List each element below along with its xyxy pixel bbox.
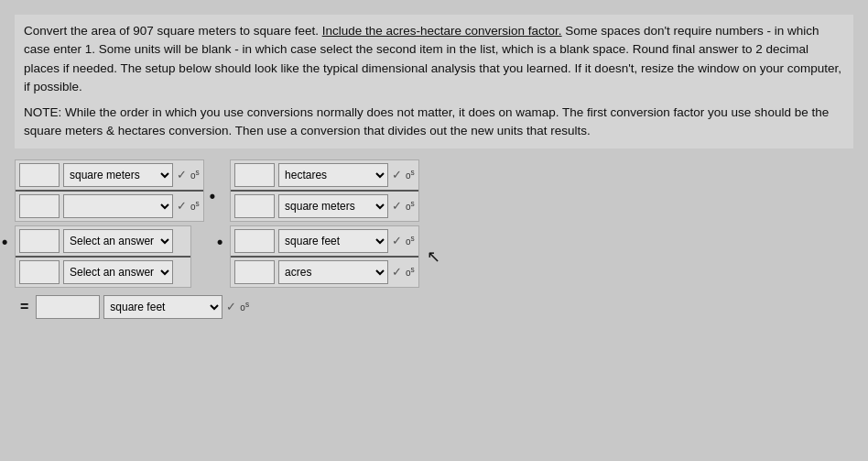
instruction-para2: NOTE: While the order in which you use c… <box>24 104 844 141</box>
right-frac1: hectares ✓ os square meters ✓ os <box>230 159 419 222</box>
right-frac1-num-select[interactable]: hectares <box>278 163 388 187</box>
cursor-arrow: ↖ <box>427 247 440 267</box>
right-frac2: square feet ✓ os acres ✓ os <box>230 225 419 288</box>
right-frac2-denom-select[interactable]: acres <box>278 260 388 284</box>
right-frac2-denom-input[interactable] <box>234 260 275 284</box>
right-frac2-num-input[interactable] <box>234 229 275 253</box>
right-frac1-num-row: hectares ✓ os <box>231 160 418 190</box>
left-frac2: Select an answer ✓ Select an answer <box>15 225 191 288</box>
result-exp[interactable]: os <box>240 300 249 313</box>
right-frac2-num-check[interactable]: ✓ <box>392 234 402 247</box>
instructions-block: Convert the area of 907 square meters to… <box>15 15 853 148</box>
left-frac1-denom-exp[interactable]: os <box>190 199 200 212</box>
right-frac1-denom-check[interactable]: ✓ <box>392 199 402 213</box>
right-frac2-num-select[interactable]: square feet <box>278 229 388 253</box>
result-unit-select[interactable]: square feet <box>103 295 222 319</box>
instruction-para1: Convert the area of 907 square meters to… <box>24 22 844 96</box>
left-column: square meters ✓ os ✓ os • <box>15 159 204 288</box>
left-frac1-denom-select[interactable] <box>63 194 173 218</box>
left-frac1-num-check[interactable]: ✓ <box>177 168 187 181</box>
conversion-table: square meters ✓ os ✓ os • <box>15 159 853 288</box>
left-frac2-num-row: Select an answer ✓ <box>16 226 190 256</box>
right-frac2-num-row: square feet ✓ os <box>231 226 418 256</box>
left-frac1-num-exp[interactable]: os <box>190 168 200 181</box>
equals-sign: = <box>20 299 28 315</box>
right-frac2-num-exp[interactable]: os <box>406 234 415 247</box>
result-check[interactable]: ✓ <box>226 300 236 313</box>
right-frac1-num-exp[interactable]: os <box>406 168 415 181</box>
left-frac1-denom-row: ✓ os <box>16 192 203 221</box>
left-frac2-num-select[interactable]: Select an answer <box>63 229 173 253</box>
left-frac2-denom-select[interactable]: Select an answer <box>63 260 173 284</box>
left-frac1-denom-check[interactable]: ✓ <box>177 199 187 213</box>
right-frac2-denom-check[interactable]: ✓ <box>392 265 402 279</box>
result-input[interactable] <box>36 295 100 319</box>
bullet-dot-right: • <box>217 233 222 252</box>
right-frac1-denom-row: square meters ✓ os <box>231 192 418 221</box>
right-frac1-denom-input[interactable] <box>234 194 275 218</box>
left-frac1: square meters ✓ os ✓ os <box>15 159 204 222</box>
right-frac1-num-check[interactable]: ✓ <box>392 168 402 181</box>
left-frac2-denom-row: Select an answer <box>16 258 190 287</box>
left-frac2-num-input[interactable] <box>19 229 60 253</box>
left-frac1-denom-input[interactable] <box>19 194 60 218</box>
left-frac1-num-input[interactable] <box>19 163 60 187</box>
bullet-dot-left: • <box>2 233 7 252</box>
left-frac1-num-select[interactable]: square meters <box>63 163 173 187</box>
right-frac1-denom-exp[interactable]: os <box>406 199 415 212</box>
right-frac2-denom-row: acres ✓ os <box>231 258 418 287</box>
center-dot: • <box>210 187 215 206</box>
result-row: = square feet ✓ os <box>20 295 853 319</box>
left-frac1-num-row: square meters ✓ os <box>16 160 203 190</box>
right-column: hectares ✓ os square meters ✓ os • <box>230 159 440 288</box>
right-frac1-denom-select[interactable]: square meters <box>278 194 388 218</box>
right-frac1-num-input[interactable] <box>234 163 275 187</box>
right-frac2-denom-exp[interactable]: os <box>406 265 415 278</box>
left-frac2-denom-input[interactable] <box>19 260 60 284</box>
